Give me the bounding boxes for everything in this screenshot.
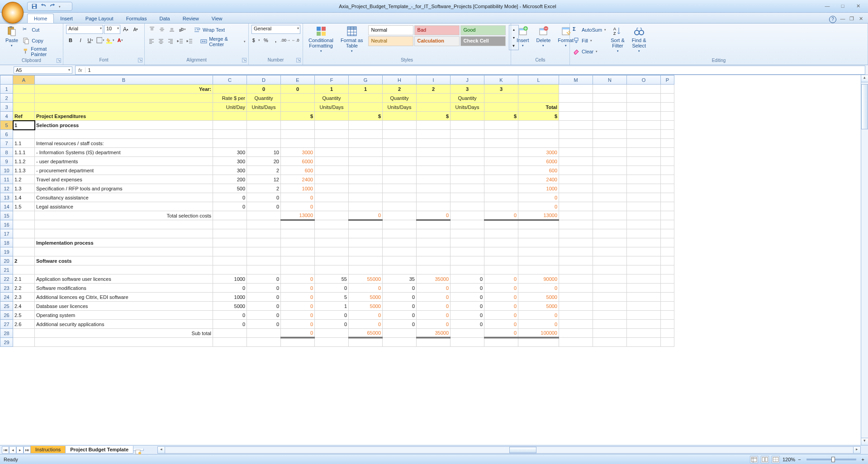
cell[interactable]: 0 <box>417 211 451 220</box>
zoom-level[interactable]: 120% <box>783 457 795 462</box>
cell[interactable]: 100000 <box>518 329 559 338</box>
cell[interactable] <box>13 229 35 238</box>
cell[interactable]: 0 <box>349 320 383 329</box>
cell[interactable] <box>661 85 674 94</box>
cell[interactable] <box>451 202 484 211</box>
cell[interactable] <box>383 238 417 247</box>
row-header[interactable]: 25 <box>0 302 13 311</box>
cell[interactable] <box>417 130 451 139</box>
row-header[interactable]: 23 <box>0 284 13 293</box>
cell[interactable] <box>383 175 417 184</box>
cell[interactable] <box>417 175 451 184</box>
cell[interactable]: 0 <box>451 311 484 320</box>
cell[interactable]: 0 <box>247 284 281 293</box>
row-header[interactable]: 20 <box>0 256 13 265</box>
cell[interactable] <box>627 320 661 329</box>
cell[interactable]: 55 <box>315 275 349 284</box>
style-bad[interactable]: Bad <box>414 25 460 35</box>
cell[interactable] <box>559 211 593 220</box>
col-header-N[interactable]: N <box>593 76 627 85</box>
cut-button[interactable]: ✂Cut <box>23 25 60 35</box>
cell[interactable]: 2400 <box>518 175 559 184</box>
cell[interactable]: 1000 <box>281 184 315 193</box>
cell[interactable] <box>247 338 281 347</box>
cell[interactable]: 2400 <box>281 175 315 184</box>
cell[interactable] <box>349 103 383 112</box>
col-header-F[interactable]: F <box>315 76 349 85</box>
cell[interactable]: 2.4 <box>13 302 35 311</box>
cell[interactable] <box>627 85 661 94</box>
cell[interactable] <box>383 184 417 193</box>
font-size-combo[interactable]: 10 <box>104 25 120 34</box>
cell[interactable]: Selection process <box>35 121 213 130</box>
cell[interactable] <box>349 265 383 275</box>
row-header[interactable]: 19 <box>0 247 13 256</box>
cell[interactable] <box>484 193 518 202</box>
cell[interactable]: 3000 <box>518 148 559 157</box>
cell[interactable] <box>349 247 383 256</box>
next-sheet-button[interactable]: ▸ <box>16 446 24 454</box>
cell[interactable] <box>315 139 349 148</box>
cell[interactable] <box>593 220 627 229</box>
cell[interactable]: Quantity <box>315 94 349 103</box>
cell[interactable]: 55000 <box>349 275 383 284</box>
col-header-A[interactable]: A <box>13 76 35 85</box>
cell[interactable] <box>35 265 213 275</box>
cell[interactable]: 0 <box>281 302 315 311</box>
cell[interactable] <box>593 211 627 220</box>
cell[interactable]: 2.5 <box>13 311 35 320</box>
cell[interactable] <box>593 302 627 311</box>
cell[interactable] <box>593 284 627 293</box>
cell[interactable]: Units/Days <box>247 103 281 112</box>
cell[interactable] <box>593 157 627 166</box>
cell[interactable]: 0 <box>247 293 281 302</box>
cell[interactable] <box>593 275 627 284</box>
cell[interactable] <box>518 229 559 238</box>
cell[interactable]: 0 <box>281 275 315 284</box>
cell[interactable] <box>315 211 349 220</box>
cell[interactable] <box>518 139 559 148</box>
cell[interactable] <box>559 265 593 275</box>
cell[interactable]: 3 <box>484 85 518 94</box>
cell[interactable] <box>247 329 281 338</box>
cell[interactable]: Software modifications <box>35 284 213 293</box>
cell[interactable] <box>559 166 593 175</box>
cell[interactable] <box>661 175 674 184</box>
workbook-minimize-button[interactable]: — <box>839 16 846 23</box>
cell[interactable]: 0 <box>281 193 315 202</box>
cell[interactable] <box>518 121 559 130</box>
cell[interactable] <box>484 265 518 275</box>
cell[interactable] <box>417 157 451 166</box>
cell[interactable] <box>349 338 383 347</box>
cell[interactable]: 1 <box>315 302 349 311</box>
row-header[interactable]: 14 <box>0 202 13 211</box>
cell[interactable] <box>13 247 35 256</box>
cell[interactable] <box>661 229 674 238</box>
cell[interactable] <box>213 130 247 139</box>
horizontal-scrollbar[interactable]: ◂▸ <box>157 446 861 454</box>
cell[interactable] <box>383 247 417 256</box>
wrap-text-button[interactable]: Wrap Text <box>194 25 225 35</box>
cell[interactable]: 35000 <box>417 329 451 338</box>
cell[interactable] <box>559 256 593 265</box>
cell[interactable]: 0 <box>349 211 383 220</box>
cell[interactable] <box>627 284 661 293</box>
cell[interactable] <box>383 139 417 148</box>
cell[interactable]: 0 <box>484 320 518 329</box>
col-header-G[interactable]: G <box>349 76 383 85</box>
cell[interactable] <box>35 338 213 347</box>
zoom-out-button[interactable]: − <box>798 457 801 462</box>
increase-decimal-button[interactable]: .00→ <box>281 36 290 45</box>
cell[interactable] <box>559 175 593 184</box>
cell[interactable]: 0 <box>349 311 383 320</box>
cell[interactable] <box>349 193 383 202</box>
style-good[interactable]: Good <box>460 25 506 35</box>
col-header-B[interactable]: B <box>35 76 213 85</box>
prev-sheet-button[interactable]: ◂ <box>9 446 16 454</box>
cell[interactable] <box>627 275 661 284</box>
cell[interactable] <box>518 130 559 139</box>
cell[interactable] <box>518 85 559 94</box>
cell[interactable]: 0 <box>315 284 349 293</box>
cell[interactable]: 1000 <box>518 184 559 193</box>
cell[interactable] <box>417 184 451 193</box>
